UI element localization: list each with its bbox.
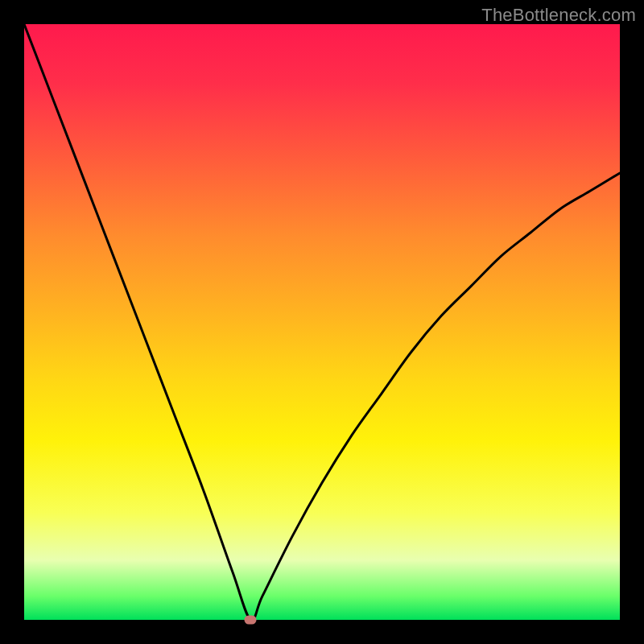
chart-frame: TheBottleneck.com <box>0 0 644 644</box>
watermark-text: TheBottleneck.com <box>481 5 636 26</box>
bottleneck-curve <box>24 24 620 620</box>
minimum-marker <box>245 616 257 625</box>
plot-area <box>24 24 620 620</box>
